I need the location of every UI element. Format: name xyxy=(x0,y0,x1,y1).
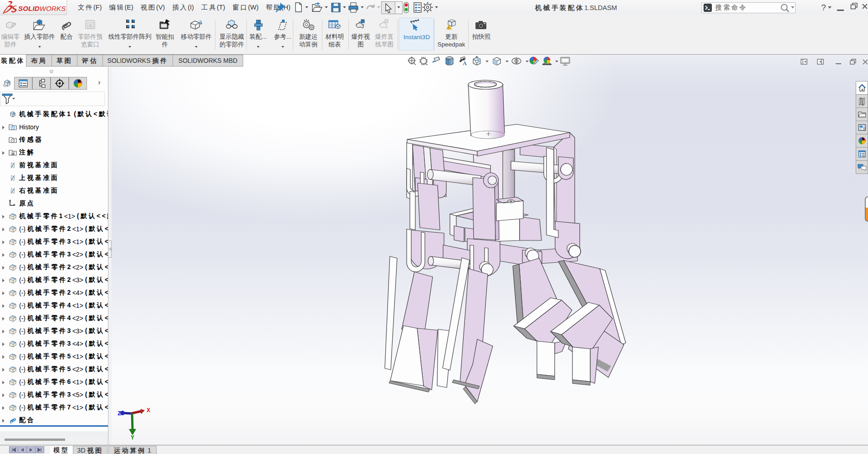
svg-text:A: A xyxy=(12,152,15,156)
svg-text:A: A xyxy=(463,60,467,66)
svg-text:Y: Y xyxy=(131,434,134,441)
svg-text:Z: Z xyxy=(117,410,121,417)
svg-text:!: ! xyxy=(448,26,449,30)
svg-text:?: ? xyxy=(821,3,826,12)
svg-text:X: X xyxy=(147,407,150,414)
svg-text:SOLIDWORKS: SOLIDWORKS xyxy=(18,5,66,12)
